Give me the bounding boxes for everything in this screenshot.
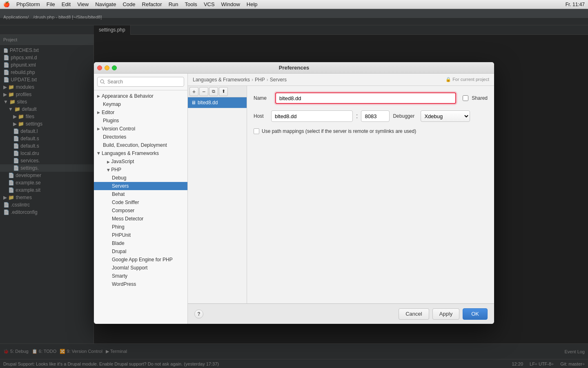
nav-google-app-engine[interactable]: Google App Engine for PHP [94,256,187,264]
server-list-items: 🖥 blted8.dd [188,97,247,303]
menu-edit[interactable]: Edit [62,1,71,7]
server-list-panel: + − ⧉ ⬆ 🖥 blted8.dd [188,86,247,303]
breadcrumb-part2: PHP [255,77,265,83]
nav-keymap[interactable]: Keymap [94,100,187,108]
footer-buttons: Cancel Apply OK [399,308,488,320]
menu-window[interactable]: Window [221,1,240,7]
debugger-label: Debugger [393,113,417,119]
nav-directories[interactable]: Directories [94,133,187,141]
dialog-content: Languages & Frameworks › PHP › Servers 🔒… [188,74,494,324]
shared-checkbox-area: Shared [463,95,488,101]
menu-view[interactable]: View [77,1,89,7]
menu-vcs[interactable]: VCS [204,1,215,7]
dialog-titlebar: Preferences [94,62,494,74]
nav-blade[interactable]: Blade [94,239,187,247]
nav-plugins[interactable]: Plugins [94,117,187,125]
nav-appearance[interactable]: ▶ Appearance & Behavior [94,92,187,100]
apple-logo: 🍎 [3,1,10,7]
nav-vcs[interactable]: ▶ Version Control [94,125,187,133]
server-item[interactable]: 🖥 blted8.dd [188,97,247,108]
dialog-main: + − ⧉ ⬆ 🖥 blted8.dd [188,86,494,303]
nav-code-sniffer[interactable]: Code Sniffer [94,198,187,206]
server-item-icon: 🖥 [191,100,196,105]
dialog-nav: ▶ Appearance & Behavior Keymap ▶ Editor … [94,74,188,324]
name-config-row: Name Shared [254,92,488,104]
nav-drupal[interactable]: Drupal [94,247,187,256]
apply-button[interactable]: Apply [432,308,460,320]
help-button[interactable]: ? [194,310,203,319]
menu-tools[interactable]: Tools [185,1,197,7]
shared-label: Shared [472,95,488,101]
nav-servers[interactable]: Servers [94,182,187,190]
shared-checkbox[interactable] [463,95,468,101]
nav-smarty[interactable]: Smarty [94,272,187,280]
breadcrumb-part1: Languages & Frameworks [193,77,250,83]
nav-phpunit[interactable]: PHPUnit [94,231,187,239]
dialog-footer: ? Cancel Apply OK [188,303,494,324]
search-input[interactable] [97,77,184,87]
nav-joomla[interactable]: Joomla! Support [94,264,187,272]
add-server-button[interactable]: + [189,87,198,96]
minimize-button[interactable] [105,65,109,70]
mac-menu: 🍎 PhpStorm File Edit View Navigate Code … [3,1,258,7]
clock: Fr. 11:47 [566,2,585,7]
path-mappings-checkbox[interactable] [254,128,259,134]
debugger-select[interactable]: Xdebug Zend Debugger [421,110,470,122]
breadcrumb-part3: Servers [270,77,287,83]
dialog-body: ▶ Appearance & Behavior Keymap ▶ Editor … [94,74,494,324]
cancel-button[interactable]: Cancel [399,308,429,320]
chevron-icon: ▶ [97,94,100,98]
nav-debug[interactable]: Debug [94,174,187,182]
maximize-button[interactable] [112,65,117,70]
menu-help[interactable]: Help [247,1,258,7]
copy-server-button[interactable]: ⧉ [209,87,218,96]
for-current-project: 🔒 For current project [445,77,489,82]
nav-php[interactable]: ▶ PHP [94,166,187,174]
menu-phpstorm[interactable]: PhpStorm [16,1,40,7]
nav-javascript[interactable]: ▶ JavaScript [94,157,187,166]
chevron-icon: ▶ [97,110,100,114]
port-input[interactable] [361,110,390,122]
server-config-panel: Name Shared Host [247,86,494,303]
menu-refactor[interactable]: Refactor [142,1,162,7]
dialog-nav-tree: ▶ Appearance & Behavior Keymap ▶ Editor … [94,90,187,324]
name-label: Name [254,95,272,101]
preferences-dialog: Preferences ▶ Appearance & Behavior [94,62,494,324]
remove-server-button[interactable]: − [199,87,208,96]
nav-composer[interactable]: Composer [94,206,187,215]
mac-titlebar: 🍎 PhpStorm File Edit View Navigate Code … [0,0,588,9]
dialog-title: Preferences [279,65,309,71]
colon-separator: : [356,110,358,122]
menu-file[interactable]: File [47,1,55,7]
nav-build[interactable]: Build, Execution, Deployment [94,141,187,149]
chevron-icon: ▶ [97,127,100,131]
chevron-icon: ▶ [97,152,101,155]
menu-run[interactable]: Run [169,1,178,7]
nav-editor[interactable]: ▶ Editor [94,108,187,117]
ide-background: Applications/…/drush.php - blted8 [~/Sit… [0,9,588,368]
chevron-icon: ▶ [107,169,111,172]
nav-behat[interactable]: Behat [94,190,187,198]
close-button[interactable] [97,65,102,70]
breadcrumb-sep2: › [267,77,268,83]
ok-button[interactable]: OK [463,308,488,320]
host-input[interactable] [271,110,353,122]
nav-languages[interactable]: ▶ Languages & Frameworks [94,149,187,157]
traffic-lights [97,65,117,70]
path-mappings-row: Use path mappings (select if the server … [254,128,488,134]
menu-navigate[interactable]: Navigate [95,1,116,7]
name-input[interactable] [275,92,456,104]
breadcrumb-sep1: › [252,77,253,83]
breadcrumb: Languages & Frameworks › PHP › Servers 🔒… [188,74,494,86]
move-server-button[interactable]: ⬆ [219,87,228,96]
modal-overlay: Preferences ▶ Appearance & Behavior [0,18,588,368]
server-list-toolbar: + − ⧉ ⬆ [188,86,247,97]
dialog-search [94,74,187,90]
host-port-row: Host : Debugger Xdebug Zend Debugger [254,110,488,122]
path-mappings-label: Use path mappings (select if the server … [262,128,416,134]
chevron-icon: ▶ [107,160,110,164]
nav-mess-detector[interactable]: Mess Detector [94,215,187,223]
nav-wordpress[interactable]: WordPress [94,280,187,288]
menu-code[interactable]: Code [122,1,135,7]
nav-phing[interactable]: Phing [94,223,187,231]
